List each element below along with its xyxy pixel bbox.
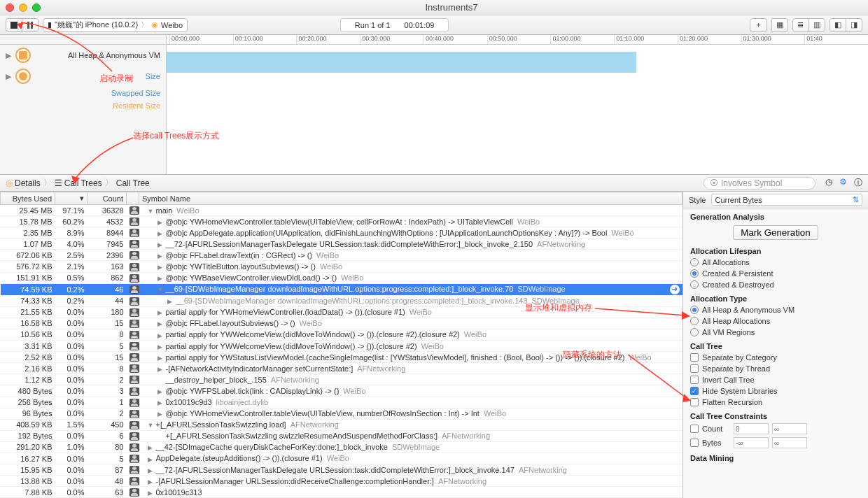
table-row[interactable]: 672.06 KB2.5%2396▶@objc FFLabel.drawText… [1,250,682,261]
table-row[interactable]: 16.58 KB0.0%15▶@objc FFLabel.layoutSubvi… [1,318,682,329]
table-row[interactable]: 3.31 KB0.0%5▶partial apply for YWWelcome… [1,341,682,352]
instrument-allocations[interactable]: ▶ All Heap & Anonymous VM [0,45,166,66]
bytes-min[interactable] [734,437,769,448]
table-row[interactable]: 10.56 KB0.0%8▶partial apply for YWWelcom… [1,329,682,340]
clock-icon[interactable]: ◷ [825,177,832,189]
timeline-canvas[interactable]: 00:00.00000:10.00000:20.00000:30.00000:4… [167,35,868,174]
pause-button[interactable] [22,18,38,32]
disclosure-icon[interactable]: ▶ [158,320,164,327]
close-icon[interactable] [6,3,14,12]
disclosure-icon[interactable]: ▶ [158,309,164,316]
disclosure-icon[interactable]: ▶ [158,332,164,339]
table-row[interactable]: 2.35 MB8.9%8944▶@objc AppDelegate.applic… [1,227,682,239]
check-invert-calltree[interactable]: Invert Call Tree [683,374,868,385]
disclosure-icon[interactable]: ▶ [158,241,164,248]
calltrees-segment[interactable]: ☰Call Trees [55,178,102,188]
radio-created-destroyed[interactable]: Created & Destroyed [683,279,868,290]
style-selector[interactable]: Current Bytes⇅ [711,194,862,206]
disclosure-icon[interactable]: ▼ [148,422,155,429]
zoom-icon[interactable] [32,3,41,12]
disclosure-icon[interactable]: ▼ [148,208,155,215]
table-row[interactable]: 291.20 KB1.0%80▶__42-[SDImageCache query… [1,441,682,453]
check-separate-category[interactable]: Separate by Category [683,352,868,363]
check-hide-system[interactable]: Hide System Libraries [683,385,868,397]
col-count[interactable]: Count [88,192,127,205]
bytes-max[interactable] [772,437,807,448]
panel-left-button[interactable]: ◧ [830,18,846,32]
panel-right-button[interactable]: ◨ [846,18,862,32]
table-row[interactable]: 1.12 KB0.0%2__destroy_helper_block_.155A… [1,374,682,385]
count-min[interactable] [734,423,769,434]
disclosure-icon[interactable]: ▶ [158,388,164,395]
table-row[interactable]: 576.72 KB2.1%163▶@objc YWTitleButton.lay… [1,261,682,272]
disclosure-icon[interactable]: ▶ [158,355,164,362]
check-count[interactable]: Count [683,422,868,436]
view-grid-button[interactable]: ▥ [808,18,825,32]
radio-vm-regions[interactable]: All VM Regions [683,327,868,338]
add-button[interactable]: ＋ [750,18,767,32]
count-max[interactable] [772,423,807,434]
details-segment[interactable]: ◎Details [6,178,41,188]
check-flatten-recursion[interactable]: Flatten Recursion [683,397,868,408]
mark-generation-button[interactable]: Mark Generation [733,225,818,240]
person-icon [130,432,139,441]
table-row[interactable]: 408.59 KB1.5%450▼+[_AFURLSessionTaskSwiz… [1,419,682,430]
table-row[interactable]: 96 Bytes0.0%2▶@objc YWHomeViewController… [1,408,682,419]
table-row[interactable]: 151.91 KB0.5%862▶@objc YWBaseViewControl… [1,272,682,283]
info-icon[interactable]: ⓘ [854,177,862,189]
table-row[interactable]: 15.78 MB60.2%4532▶@objc YWHomeViewContro… [1,216,682,227]
disclosure-icon[interactable]: ▶ [158,275,164,282]
col-bytes-pct[interactable]: ▾ [55,192,88,205]
table-row[interactable]: 7.88 KB0.0%63▶0x10019c313 [1,487,682,498]
disclosure-icon[interactable]: ▶ [148,478,155,485]
disclosure-icon[interactable]: ▶ [158,343,164,350]
table-row[interactable]: 13.88 KB0.0%48▶-[AFURLSessionManager URL… [1,476,682,487]
radio-heap-anon[interactable]: All Heap & Anonymous VM [683,304,868,315]
instrument-vm[interactable]: ▶ Size [0,66,166,87]
gear-icon[interactable]: ⚙ [839,177,847,189]
table-row[interactable]: 16.27 KB0.0%5▶AppDelegate.(steupAddition… [1,453,682,464]
disclosure-icon[interactable]: ▶ [148,490,155,497]
track-swapped[interactable]: Swapped Size [0,87,166,99]
table-row[interactable]: 2.16 KB0.0%8▶-[AFNetworkActivityIndicato… [1,363,682,374]
table-row[interactable]: 15.95 KB0.0%87▶__72-[AFURLSessionManager… [1,464,682,476]
disclosure-icon[interactable]: ▶ [158,366,164,373]
minimize-icon[interactable] [19,3,27,12]
table-row[interactable]: 1.07 MB4.0%7945▶__72-[AFURLSessionManage… [1,239,682,250]
disclosure-icon[interactable]: ▶ [158,411,164,418]
symbol-search[interactable]: ⦿Involves Symbol [704,177,816,190]
disclosure-icon[interactable]: ▶ [158,252,164,259]
table-row[interactable]: 74.33 KB0.2%44▶__69-[SDWebImageManager d… [1,295,682,306]
check-separate-thread[interactable]: Separate by Thread [683,363,868,374]
disclosure-icon[interactable]: ▶ [158,399,164,406]
target-selector[interactable]: ▮ "姚巍"的 iPhone (10.0.2) 〉 ◉ Weibo [43,18,188,32]
table-row[interactable]: 21.55 KB0.0%180▶partial apply for YWHome… [1,306,682,318]
col-bytes[interactable]: Bytes Used [1,192,55,205]
check-bytes[interactable]: Bytes [683,436,868,450]
calltree-segment[interactable]: Call Tree [116,178,150,188]
record-button[interactable] [6,18,22,32]
view-list-button[interactable]: ≣ [792,18,809,32]
disclosure-icon[interactable]: ▼ [158,286,164,293]
col-symbol[interactable]: Symbol Name [139,192,682,205]
table-row[interactable]: 256 Bytes0.0%1▶0x10019c9d3liboainject.dy… [1,397,682,408]
track-resident[interactable]: Resident Size [0,99,166,112]
table-row[interactable]: 192 Bytes0.0%6+[_AFURLSessionTaskSwizzli… [1,430,682,441]
library-button[interactable]: ▦ [771,18,788,32]
disclosure-icon[interactable]: ▶ [148,456,155,463]
radio-heap-all[interactable]: All Heap Allocations [683,315,868,327]
table-row[interactable]: 25.45 MB97.1%36328▼mainWeiBo [1,205,682,216]
disclosure-icon[interactable]: ▶ [158,264,164,271]
call-tree-table[interactable]: Bytes Used ▾ Count Symbol Name 25.45 MB9… [0,192,683,498]
disclosure-icon[interactable]: ▶ [148,444,155,451]
stop-icon [10,22,18,29]
disclosure-icon[interactable]: ▶ [158,219,164,226]
radio-created-persistent[interactable]: Created & Persistent [683,268,868,279]
table-row[interactable]: 74.59 KB0.2%46▼__69-[SDWebImageManager d… [1,283,682,295]
table-row[interactable]: 2.52 KB0.0%15▶partial apply for YWStatus… [1,352,682,363]
radio-all-allocations[interactable]: All Allocations [683,257,868,268]
table-row[interactable]: 480 Bytes0.0%3▶@objc YWFPSLabel.tick(lin… [1,385,682,397]
disclosure-icon[interactable]: ▶ [158,230,164,237]
disclosure-icon[interactable]: ▶ [148,467,155,474]
disclosure-icon[interactable]: ▶ [167,298,174,305]
